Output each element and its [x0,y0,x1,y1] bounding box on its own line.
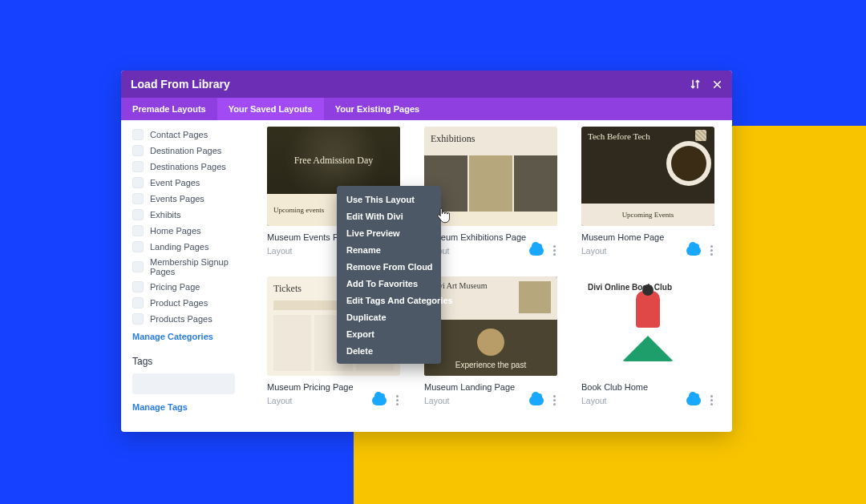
context-menu-duplicate[interactable]: Duplicate [337,308,441,325]
tab-your-existing-pages[interactable]: Your Existing Pages [324,98,431,120]
thumb-title: Tech Before Tech [588,131,650,141]
layout-card-book-club-home[interactable]: Divi Online Book Club Book Club Home Lay… [581,276,714,407]
checkbox-icon[interactable] [132,297,144,308]
layout-thumbnail[interactable]: Divi Online Book Club [581,276,714,376]
checkbox-icon[interactable] [132,313,144,325]
layout-thumbnail[interactable]: Tech Before Tech Upcoming Events [581,127,714,226]
category-label: Membership Signup Pages [150,257,256,276]
layout-card-title: Museum Exhibitions Page [424,232,557,242]
cursor-pointer-icon [437,208,450,224]
category-membership-signup-pages[interactable]: Membership Signup Pages [132,255,256,279]
layout-card-meta: Layout [267,396,293,405]
checkbox-icon[interactable] [132,261,144,272]
category-label: Destinations Pages [150,162,226,171]
cloud-icon [529,396,544,405]
layout-card-title: Museum Home Page [581,232,714,242]
modal-title: Load From Library [131,78,230,91]
context-menu: Use This Layout Edit With Divi Live Prev… [337,186,441,364]
thumb-bottom-text: Experience the past [455,361,526,369]
kebab-icon[interactable] [552,244,557,257]
layout-card-title: Book Club Home [581,382,714,392]
context-menu-live-preview[interactable]: Live Preview [337,224,441,241]
checkbox-icon[interactable] [132,145,144,156]
layout-card-meta: Layout [424,396,450,405]
context-menu-edit-with-divi[interactable]: Edit With Divi [337,208,441,224]
category-home-pages[interactable]: Home Pages [132,223,256,239]
layout-card-title: Museum Landing Page [424,382,557,392]
manage-tags-link[interactable]: Manage Tags [132,402,256,412]
context-menu-use-this-layout[interactable]: Use This Layout [337,191,441,208]
checkbox-icon[interactable] [132,161,144,172]
context-menu-remove-from-cloud[interactable]: Remove From Cloud [337,258,441,275]
thumb-strip-text: Upcoming Events [581,204,714,226]
checkbox-icon[interactable] [132,129,144,140]
category-label: Destination Pages [150,146,221,155]
sort-icon[interactable] [690,79,701,90]
category-label: Product Pages [150,298,208,308]
category-label: Products Pages [150,314,212,324]
category-pricing-page[interactable]: Pricing Page [132,279,256,295]
category-label: Home Pages [150,226,201,236]
thumb-hero-text: Free Admission Day [294,155,374,167]
modal-titlebar: Load From Library [121,71,732,98]
category-destination-pages[interactable]: Destination Pages [132,143,256,159]
cloud-icon [686,246,701,256]
category-exhibits[interactable]: Exhibits [132,207,256,223]
tab-your-saved-layouts[interactable]: Your Saved Layouts [217,98,324,120]
category-label: Pricing Page [150,282,200,292]
layout-card-title: Museum Pricing Page [267,382,400,392]
layout-thumbnail[interactable]: Divi Art Museum Experience the past [424,276,557,376]
category-products-pages[interactable]: Products Pages [132,311,256,327]
layout-card-museum-exhibitions[interactable]: Exhibitions Museum Exhibitions Page Layo… [424,127,557,257]
kebab-icon[interactable] [552,393,557,407]
kebab-icon[interactable] [395,393,400,407]
layout-card-meta: Layout [581,396,607,405]
checkbox-icon[interactable] [132,177,144,188]
context-menu-edit-tags-and-categories[interactable]: Edit Tags And Categories [337,292,441,308]
context-menu-add-to-favorites[interactable]: Add To Favorites [337,275,441,292]
category-label: Landing Pages [150,242,208,252]
category-label: Event Pages [150,178,200,187]
tags-heading: Tags [132,356,256,367]
kebab-icon[interactable] [709,244,714,257]
cloud-icon [372,396,386,405]
kebab-icon[interactable] [709,393,714,407]
category-destinations-pages[interactable]: Destinations Pages [132,159,256,175]
category-label: Contact Pages [150,130,208,139]
category-events-pages[interactable]: Events Pages [132,191,256,207]
category-product-pages[interactable]: Product Pages [132,295,256,311]
sidebar: Contact Pages Destination Pages Destinat… [121,120,267,432]
checkbox-icon[interactable] [132,225,144,236]
checkbox-icon[interactable] [132,193,144,204]
modal-title-actions [690,79,722,90]
layout-card-museum-home[interactable]: Tech Before Tech Upcoming Events Museum … [581,127,714,257]
modal-tabs: Premade Layouts Your Saved Layouts Your … [121,98,732,120]
tab-premade-layouts[interactable]: Premade Layouts [121,98,217,120]
cloud-icon [686,396,701,405]
category-event-pages[interactable]: Event Pages [132,175,256,191]
category-landing-pages[interactable]: Landing Pages [132,239,256,255]
context-menu-rename[interactable]: Rename [337,241,441,258]
layout-card-meta: Layout [581,246,607,256]
checkbox-icon[interactable] [132,241,144,252]
context-menu-export[interactable]: Export [337,325,441,342]
checkbox-icon[interactable] [132,209,144,220]
checkbox-icon[interactable] [132,281,144,292]
layout-card-meta: Layout [267,246,293,256]
close-icon[interactable] [712,79,722,90]
thumb-title: Tickets [273,283,301,295]
grid-icon [695,130,706,141]
category-contact-pages[interactable]: Contact Pages [132,127,256,143]
thumb-title: Exhibitions [431,133,475,145]
category-label: Exhibits [150,210,181,220]
tags-input[interactable] [132,373,235,394]
category-label: Events Pages [150,194,204,204]
context-menu-delete[interactable]: Delete [337,342,441,359]
cloud-icon [529,246,544,256]
manage-categories-link[interactable]: Manage Categories [132,332,256,341]
